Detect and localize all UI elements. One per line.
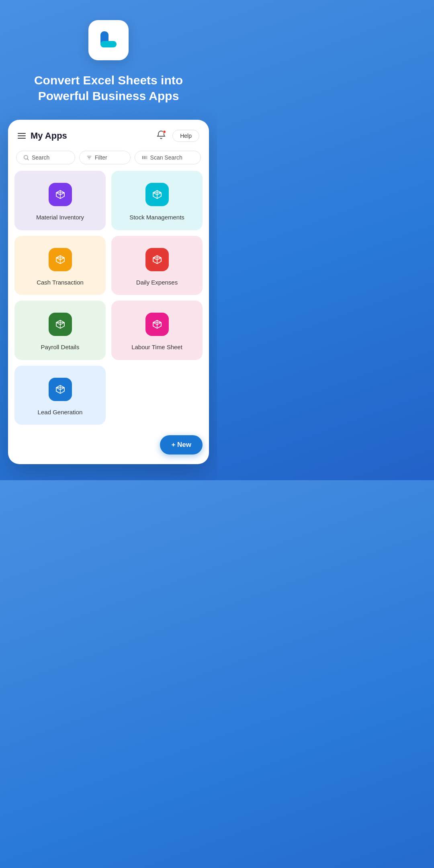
search-icon xyxy=(23,154,29,161)
main-card: My Apps Help Search xyxy=(8,120,209,464)
app-card-lead-generation[interactable]: Lead Generation xyxy=(14,366,106,425)
svg-rect-11 xyxy=(147,156,147,159)
payroll-details-icon xyxy=(49,313,72,336)
filter-label: Filter xyxy=(95,154,107,161)
top-bar: My Apps Help xyxy=(8,120,209,149)
svg-rect-10 xyxy=(145,156,146,159)
search-label: Search xyxy=(32,154,49,161)
svg-rect-7 xyxy=(142,156,143,159)
scan-label: Scan Search xyxy=(150,154,182,161)
fab-area: + New xyxy=(8,431,209,456)
svg-rect-9 xyxy=(144,156,145,159)
material-inventory-icon xyxy=(49,183,72,206)
stock-managements-icon xyxy=(145,183,169,206)
scan-search-button[interactable]: Scan Search xyxy=(135,151,201,164)
top-bar-right: Help xyxy=(155,129,199,143)
new-button[interactable]: + New xyxy=(160,435,203,454)
cash-transaction-label: Cash Transaction xyxy=(37,278,84,287)
svg-line-3 xyxy=(27,159,29,160)
filter-button[interactable]: Filter xyxy=(79,151,131,164)
search-button[interactable]: Search xyxy=(16,151,75,164)
notification-bell-button[interactable] xyxy=(155,129,168,143)
app-card-cash-transaction[interactable]: Cash Transaction xyxy=(14,236,106,295)
apps-grid: Material Inventory Stock Managements Cas… xyxy=(8,171,209,431)
scan-icon xyxy=(141,154,148,161)
hero-section: Convert Excel Sheets into Powerful Busin… xyxy=(0,0,217,120)
daily-expenses-label: Daily Expenses xyxy=(136,278,178,287)
material-inventory-label: Material Inventory xyxy=(36,213,84,221)
lead-generation-icon xyxy=(49,378,72,401)
top-bar-left: My Apps xyxy=(18,131,67,141)
payroll-details-label: Payroll Details xyxy=(41,343,80,351)
app-card-payroll-details[interactable]: Payroll Details xyxy=(14,301,106,360)
search-row: Search Filter Scan Search xyxy=(8,149,209,171)
help-button[interactable]: Help xyxy=(172,130,199,142)
page-title: My Apps xyxy=(31,131,67,141)
app-card-stock-managements[interactable]: Stock Managements xyxy=(111,171,203,230)
hero-title: Convert Excel Sheets into Powerful Busin… xyxy=(12,72,205,104)
stock-managements-label: Stock Managements xyxy=(129,213,184,221)
cash-transaction-icon xyxy=(49,248,72,271)
filter-icon xyxy=(86,154,92,161)
labour-time-sheet-label: Labour Time Sheet xyxy=(131,343,182,351)
hamburger-menu-icon[interactable] xyxy=(18,133,26,139)
lead-generation-label: Lead Generation xyxy=(38,408,83,416)
svg-rect-1 xyxy=(100,41,117,47)
app-card-daily-expenses[interactable]: Daily Expenses xyxy=(111,236,203,295)
app-logo xyxy=(88,20,129,60)
svg-rect-8 xyxy=(143,156,144,159)
daily-expenses-icon xyxy=(145,248,169,271)
app-card-material-inventory[interactable]: Material Inventory xyxy=(14,171,106,230)
labour-time-sheet-icon xyxy=(145,313,169,336)
app-card-labour-time-sheet[interactable]: Labour Time Sheet xyxy=(111,301,203,360)
